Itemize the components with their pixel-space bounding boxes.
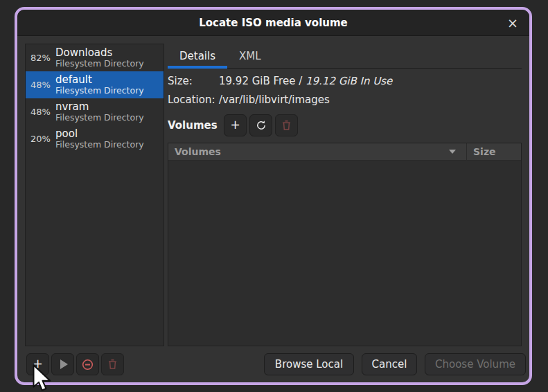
volumes-section-label: Volumes	[168, 119, 221, 132]
titlebar[interactable]: Locate ISO media volume ×	[17, 10, 529, 36]
pool-name: pool	[55, 129, 144, 140]
pool-row-downloads[interactable]: 82% Downloads Filesystem Directory	[26, 44, 163, 71]
pool-usage-percent: 20%	[30, 134, 51, 144]
add-volume-button[interactable]: +	[224, 114, 247, 136]
pool-name: nvram	[55, 102, 144, 113]
location-row: Location: /var/lib/libvirt/images	[168, 93, 522, 106]
size-label: Size:	[168, 75, 219, 87]
dialog-body: 82% Downloads Filesystem Directory 48% d…	[17, 36, 529, 346]
size-value: 19.92 GiB Free / 19.12 GiB In Use	[219, 75, 392, 87]
pool-usage-percent: 48%	[30, 107, 51, 117]
tab-details[interactable]: Details	[168, 44, 227, 68]
volumes-table-header: Volumes Size	[168, 143, 521, 161]
volumes-toolbar: Volumes +	[168, 114, 522, 136]
pool-name: default	[55, 75, 144, 86]
mouse-cursor	[32, 364, 53, 392]
volumes-table[interactable]: Volumes Size	[168, 143, 522, 346]
delete-volume-button	[275, 114, 298, 136]
refresh-volumes-button[interactable]	[249, 114, 272, 136]
trash-icon	[281, 120, 292, 131]
trash-icon	[107, 359, 118, 370]
storage-pool-list[interactable]: 82% Downloads Filesystem Directory 48% d…	[25, 44, 164, 346]
dialog-title: Locate ISO media volume	[199, 17, 348, 29]
play-icon	[60, 359, 68, 369]
column-header-volumes[interactable]: Volumes	[168, 143, 467, 160]
stop-pool-button[interactable]	[76, 353, 99, 375]
pool-type: Filesystem Directory	[55, 113, 144, 122]
pool-usage-percent: 48%	[30, 80, 51, 90]
delete-pool-button	[101, 353, 124, 375]
pool-type: Filesystem Directory	[55, 86, 144, 95]
locate-iso-dialog: Locate ISO media volume × 82% Downloads …	[15, 7, 532, 385]
close-icon[interactable]: ×	[504, 15, 521, 31]
pool-usage-percent: 82%	[30, 53, 51, 63]
footer-action-bar: + Browse Local Cancel Choose Volume	[17, 346, 529, 382]
sort-descending-icon	[449, 150, 456, 154]
location-value: /var/lib/libvirt/images	[219, 93, 330, 106]
plus-icon: +	[230, 119, 240, 131]
size-row: Size: 19.92 GiB Free / 19.12 GiB In Use	[168, 75, 522, 87]
size-in-use: 19.12 GiB In Use	[306, 75, 392, 87]
refresh-icon	[256, 120, 267, 131]
pool-detail-panel: Details XML Size: 19.92 GiB Free / 19.12…	[168, 44, 522, 346]
choose-volume-button: Choose Volume	[425, 353, 526, 375]
location-label: Location:	[168, 93, 219, 106]
column-header-size[interactable]: Size	[467, 143, 521, 160]
pool-name: Downloads	[55, 48, 144, 59]
pool-type: Filesystem Directory	[55, 140, 144, 149]
browse-local-button[interactable]: Browse Local	[264, 353, 354, 375]
stop-circle-icon	[82, 359, 94, 371]
tab-bar: Details XML	[168, 44, 522, 69]
pool-row-pool[interactable]: 20% pool Filesystem Directory	[26, 125, 163, 152]
pool-row-default[interactable]: 48% default Filesystem Directory	[26, 71, 163, 98]
volumes-table-body[interactable]	[168, 161, 521, 346]
tab-xml[interactable]: XML	[227, 44, 273, 68]
start-pool-button[interactable]	[51, 353, 74, 375]
cancel-button[interactable]: Cancel	[362, 353, 417, 375]
pool-row-nvram[interactable]: 48% nvram Filesystem Directory	[26, 98, 163, 125]
pool-type: Filesystem Directory	[55, 59, 144, 68]
